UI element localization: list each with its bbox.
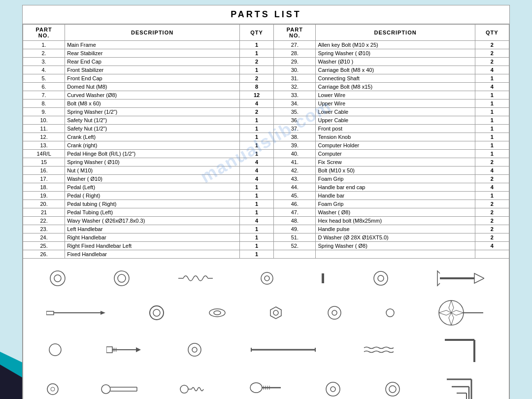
svg-point-43 bbox=[180, 385, 188, 393]
part-illustration-flat-head bbox=[249, 382, 283, 397]
table-row: 9. bbox=[23, 108, 65, 116]
table-row: 5. bbox=[23, 74, 65, 83]
table-row: 10. bbox=[23, 116, 65, 125]
svg-point-38 bbox=[51, 387, 55, 391]
table-row: 1 bbox=[239, 242, 273, 250]
table-row: 34. bbox=[274, 100, 316, 108]
table-row: Carriage Bolt (M8 x 40) bbox=[316, 66, 475, 74]
table-row: 11. bbox=[23, 125, 65, 133]
table-row: Spring Washer ( Ø10) bbox=[316, 49, 475, 58]
table-row: 7. bbox=[23, 91, 65, 100]
table-row: 1 bbox=[475, 133, 509, 141]
table-row: Rear End Cap bbox=[65, 58, 240, 66]
table-row: Safety Nut (1/2") bbox=[65, 125, 240, 133]
table-row: Handle bar bbox=[316, 192, 475, 200]
table-row: Allen key Bolt (M10 x 25) bbox=[316, 41, 475, 49]
table-row: Safety Nut (1/2") bbox=[65, 116, 240, 125]
table-row: 1 bbox=[239, 200, 273, 208]
part-illustration-screw bbox=[106, 344, 141, 356]
table-row: 12 bbox=[239, 91, 273, 100]
table-row: Curved Washer (Ø8) bbox=[65, 91, 240, 100]
table-row: 4 bbox=[475, 66, 509, 74]
table-row: 42. bbox=[274, 166, 316, 175]
svg-point-53 bbox=[386, 382, 399, 396]
table-row: 2 bbox=[239, 58, 273, 66]
table-row: 2 bbox=[475, 217, 509, 225]
part-illustration-sm-circle bbox=[45, 382, 60, 397]
table-row: Pedal (Left) bbox=[65, 183, 240, 192]
table-row: 25. bbox=[23, 242, 65, 250]
table-row: 1 bbox=[475, 100, 509, 108]
table-row: 4 bbox=[239, 158, 273, 166]
table-row: 32. bbox=[274, 83, 316, 91]
svg-point-16 bbox=[214, 311, 221, 315]
table-row: 26. bbox=[23, 250, 65, 259]
table-row: 2 bbox=[475, 49, 509, 58]
table-row: 2 bbox=[475, 225, 509, 233]
table-row: 4 bbox=[475, 166, 509, 175]
part-illustration-wrench bbox=[435, 266, 484, 291]
illus-row-4 bbox=[33, 372, 499, 399]
table-row: Rear Stabilizer bbox=[65, 49, 240, 58]
main-content: PARTS LIST manualslib.com PARTNO. DESCRI… bbox=[22, 5, 510, 399]
table-row: 52. bbox=[274, 242, 316, 250]
svg-point-14 bbox=[153, 309, 160, 316]
table-row: 14R/L bbox=[23, 150, 65, 158]
part-illustration-washer2 bbox=[371, 268, 391, 288]
svg-point-15 bbox=[209, 309, 225, 317]
table-row: Carriage Bolt (M8 x15) bbox=[316, 83, 475, 91]
table-row: 3. bbox=[23, 58, 65, 66]
illus-row-3 bbox=[33, 335, 499, 365]
table-row: Fix Screw bbox=[316, 158, 475, 166]
table-row: 2 bbox=[239, 74, 273, 83]
table-row: 38. bbox=[274, 133, 316, 141]
table-row: 22. bbox=[23, 217, 65, 225]
col-header-qty-right: QTY bbox=[475, 25, 509, 41]
part-illustration-bolt-small bbox=[319, 271, 327, 286]
table-row: 46. bbox=[274, 200, 316, 208]
table-row: 35. bbox=[274, 108, 316, 116]
table-row: Crank (Left) bbox=[65, 133, 240, 141]
part-illustration-ring bbox=[147, 303, 166, 323]
part-illustration-nut2 bbox=[383, 379, 402, 399]
svg-point-13 bbox=[150, 306, 164, 320]
table-row: 1 bbox=[239, 66, 273, 74]
table-row: 27. bbox=[274, 41, 316, 49]
table-row: 4 bbox=[239, 166, 273, 175]
table-row: 2 bbox=[475, 158, 509, 166]
table-row: Wavy Washer ( Ø26xØ17.8x0.3) bbox=[65, 217, 240, 225]
table-row: 43. bbox=[274, 175, 316, 183]
table-row: 1 bbox=[239, 49, 273, 58]
table-row: Right Handlebar bbox=[65, 233, 240, 242]
svg-point-52 bbox=[331, 387, 335, 392]
table-row bbox=[274, 250, 316, 259]
table-row: Tension Knob bbox=[316, 133, 475, 141]
table-row: 4 bbox=[239, 175, 273, 183]
table-row: 1 bbox=[239, 150, 273, 158]
table-row: 30. bbox=[274, 66, 316, 74]
part-illustration-round-part bbox=[185, 341, 204, 359]
table-row: 6. bbox=[23, 83, 65, 91]
table-row: Upper Cable bbox=[316, 116, 475, 125]
part-illustration-nut bbox=[48, 268, 67, 288]
svg-rect-8 bbox=[322, 273, 324, 283]
table-row: Right Fixed Handlebar Left bbox=[65, 242, 240, 250]
table-row: Front End Cap bbox=[65, 74, 240, 83]
page-title: PARTS LIST bbox=[23, 5, 509, 24]
part-illustration-spring2 bbox=[179, 383, 209, 396]
table-row: Upper Wire bbox=[316, 100, 475, 108]
table-row: Front Stabilizer bbox=[65, 66, 240, 74]
table-row: 31. bbox=[274, 74, 316, 83]
part-illustration-bolt-long bbox=[46, 307, 105, 319]
table-row: Pedal tubing ( Right) bbox=[65, 200, 240, 208]
table-row: 1 bbox=[475, 150, 509, 158]
table-row: 1 bbox=[475, 74, 509, 83]
table-row: 2. bbox=[23, 49, 65, 58]
parts-table: PARTNO. DESCRIPTION QTY PARTNO. DESCRIPT… bbox=[23, 24, 509, 259]
table-row: 4 bbox=[475, 183, 509, 192]
table-row: Bolt (M10 x 50) bbox=[316, 166, 475, 175]
table-row: 1 bbox=[475, 91, 509, 100]
svg-point-31 bbox=[192, 347, 197, 352]
table-row: Handle bar end cap bbox=[316, 183, 475, 192]
svg-point-24 bbox=[49, 344, 61, 356]
